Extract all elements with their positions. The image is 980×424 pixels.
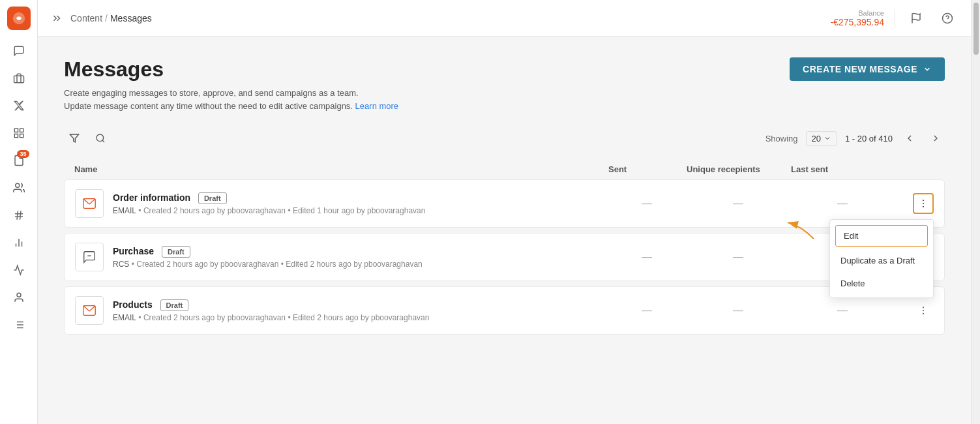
message-meta: RCS • Created 2 hours ago by pboovaragha… — [113, 260, 423, 269]
badge-count: 35 — [17, 150, 29, 158]
status-badge: Draft — [160, 299, 189, 311]
row-menu-button[interactable] — [913, 300, 934, 321]
svg-line-26 — [102, 140, 104, 142]
sidebar-item-list[interactable] — [7, 313, 31, 337]
create-new-message-button[interactable]: CREATE NEW MESSAGE — [790, 57, 945, 81]
page-header: Messages Create engaging messages to sto… — [64, 57, 945, 112]
pagination-prev-button[interactable] — [900, 129, 919, 147]
scrollbar[interactable] — [971, 0, 980, 424]
message-meta: EMAIL • Created 2 hours ago by pboovarag… — [113, 313, 429, 322]
message-name: Order information Draft — [113, 192, 425, 204]
sent-value: — — [608, 305, 686, 316]
email-icon — [75, 189, 104, 218]
svg-point-38 — [923, 310, 924, 311]
balance-section: Balance -€275,395.94 — [830, 9, 895, 27]
page-header-left: Messages Create engaging messages to sto… — [64, 57, 398, 112]
svg-point-37 — [923, 307, 924, 308]
last-sent-value: — — [790, 198, 895, 209]
sidebar-item-briefcase[interactable] — [7, 67, 31, 90]
sidebar-item-chat[interactable] — [7, 39, 31, 63]
last-sent-value: — — [790, 305, 895, 316]
pagination-next-button[interactable] — [927, 129, 945, 147]
breadcrumb-parent[interactable]: Content — [70, 13, 102, 23]
main-content: Content / Messages Balance -€275,395.94 — [38, 0, 971, 424]
sidebar-item-badge[interactable]: 35 — [7, 149, 31, 172]
col-name: Name — [74, 164, 608, 174]
svg-point-28 — [923, 200, 924, 201]
learn-more-link[interactable]: Learn more — [355, 101, 398, 111]
expand-button[interactable] — [51, 12, 63, 24]
svg-line-9 — [17, 211, 18, 220]
svg-rect-2 — [14, 129, 18, 132]
page-title: Messages — [64, 57, 398, 82]
svg-point-30 — [923, 206, 924, 207]
status-badge: Draft — [162, 246, 190, 258]
content-area: Messages Create engaging messages to sto… — [38, 37, 971, 424]
message-info: Products Draft EMAIL • Created 2 hours a… — [75, 296, 608, 325]
breadcrumb-separator: / — [105, 13, 108, 23]
message-actions — [895, 300, 934, 321]
col-actions — [895, 164, 934, 174]
sidebar-item-analytics[interactable] — [7, 258, 31, 282]
svg-point-39 — [923, 313, 924, 314]
toolbar-right: Showing 20 1 - 20 of 410 — [765, 129, 945, 147]
sidebar: 35 — [0, 0, 38, 424]
row-menu-button[interactable] — [913, 193, 934, 214]
topbar: Content / Messages Balance -€275,395.94 — [38, 0, 971, 37]
sidebar-item-people[interactable] — [7, 176, 31, 200]
topbar-right: Balance -€275,395.94 — [830, 8, 958, 29]
toolbar-left — [64, 128, 760, 149]
sent-value: — — [608, 198, 686, 209]
message-name: Purchase Draft — [113, 246, 423, 258]
status-badge: Draft — [198, 192, 227, 204]
balance-label: Balance — [830, 9, 884, 17]
svg-line-10 — [20, 211, 21, 220]
svg-marker-24 — [70, 134, 78, 142]
col-sent: Sent — [608, 164, 687, 174]
message-details: Purchase Draft RCS • Created 2 hours ago… — [113, 246, 423, 269]
message-meta: EMAIL • Created 2 hours ago by pboovarag… — [113, 206, 425, 215]
unique-value: — — [686, 305, 790, 316]
sidebar-item-contacts[interactable] — [7, 286, 31, 309]
showing-label: Showing — [765, 134, 798, 144]
flag-button[interactable] — [906, 8, 927, 29]
unique-value: — — [686, 198, 790, 209]
email-icon — [75, 296, 104, 325]
sidebar-item-hashtag[interactable] — [7, 204, 31, 227]
filter-button[interactable] — [64, 128, 85, 149]
toolbar: Showing 20 1 - 20 of 410 — [64, 128, 945, 149]
delete-menu-item[interactable]: Delete — [830, 272, 933, 295]
sidebar-item-x-brand[interactable] — [7, 94, 31, 117]
duplicate-menu-item[interactable]: Duplicate as a Draft — [830, 249, 933, 272]
svg-point-29 — [923, 203, 924, 204]
scrollbar-thumb[interactable] — [973, 3, 979, 55]
page-desc-line1: Create engaging messages to store, appro… — [64, 87, 398, 100]
message-info: Purchase Draft RCS • Created 2 hours ago… — [75, 243, 608, 271]
table-header: Name Sent Unique recepients Last sent — [64, 159, 945, 179]
pagination-info: 1 - 20 of 410 — [845, 134, 893, 144]
message-info: Order information Draft EMAIL • Created … — [75, 189, 608, 218]
col-last-sent: Last sent — [791, 164, 895, 174]
message-details: Products Draft EMAIL • Created 2 hours a… — [113, 299, 429, 322]
edit-menu-item[interactable]: Edit — [835, 225, 928, 247]
message-actions — [895, 193, 934, 214]
help-button[interactable] — [937, 8, 958, 29]
svg-point-25 — [97, 134, 104, 142]
col-unique: Unique recepients — [687, 164, 791, 174]
table-row: Products Draft EMAIL • Created 2 hours a… — [64, 286, 945, 335]
message-name: Products Draft — [113, 299, 429, 311]
row-dropdown-menu: Edit Duplicate as a Draft Delete — [829, 219, 934, 298]
sidebar-item-chart[interactable] — [7, 231, 31, 254]
page-desc-line2: Update message content any time without … — [64, 100, 398, 113]
search-button[interactable] — [90, 128, 111, 149]
rcs-icon — [75, 243, 104, 271]
sidebar-item-grid[interactable] — [7, 121, 31, 145]
app-logo[interactable] — [7, 7, 31, 30]
breadcrumb: Content / Messages — [70, 13, 822, 23]
showing-count-selector[interactable]: 20 — [806, 131, 837, 146]
unique-value: — — [686, 251, 790, 263]
svg-rect-1 — [14, 76, 23, 83]
balance-value: -€275,395.94 — [830, 17, 884, 27]
svg-rect-5 — [20, 134, 23, 138]
svg-point-14 — [17, 293, 21, 297]
